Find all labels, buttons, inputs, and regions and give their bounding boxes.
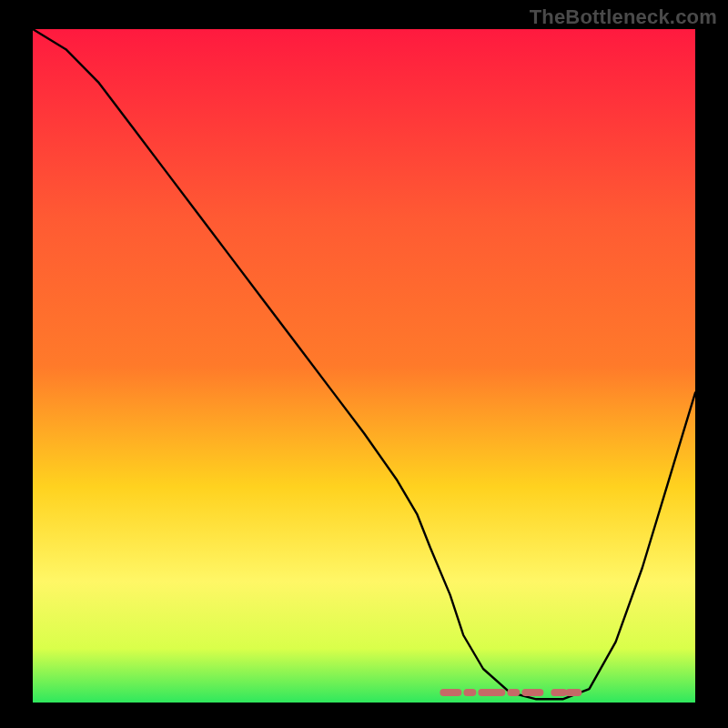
chart-frame: TheBottleneck.com (0, 0, 728, 728)
watermark-text: TheBottleneck.com (530, 5, 717, 29)
bottleneck-chart (0, 0, 728, 728)
svg-rect-0 (33, 29, 695, 703)
